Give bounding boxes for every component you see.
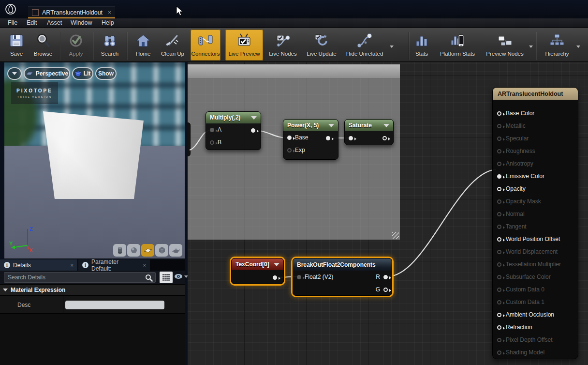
pin-shading-model[interactable]	[497, 350, 501, 355]
tab-parameter-defaults[interactable]: i Parameter Default: ×	[78, 259, 150, 271]
node-power-header[interactable]: Power(X, 5)	[283, 120, 338, 131]
plane-shape-button[interactable]	[141, 244, 154, 257]
node-power[interactable]: Power(X, 5) Base Exp	[283, 119, 338, 160]
pin-base-color[interactable]	[497, 111, 501, 116]
lit-button[interactable]: Lit	[72, 67, 93, 80]
perspective-button[interactable]: Perspective	[24, 67, 70, 80]
hide-unrelated-dropdown-icon[interactable]	[390, 46, 394, 48]
pin-roughness[interactable]	[497, 149, 501, 153]
view-options-button[interactable]	[174, 273, 188, 280]
multiply-input-b-pin[interactable]	[210, 140, 214, 145]
pin-specular[interactable]	[497, 137, 501, 141]
breakout-output-g-pin[interactable]	[383, 288, 388, 292]
pin-anisotropy[interactable]	[497, 162, 501, 166]
menu-file[interactable]: File	[8, 19, 17, 26]
texcoord-output-pin[interactable]	[273, 275, 277, 280]
pin-world-position-offset[interactable]	[497, 237, 501, 242]
pin-opacity[interactable]	[497, 187, 501, 191]
cube-shape-button[interactable]	[155, 244, 168, 257]
pin-pixel-depth-offset[interactable]	[497, 338, 501, 342]
menu-window[interactable]: Window	[71, 19, 92, 26]
browse-button[interactable]: Browse	[29, 30, 57, 61]
tab-close-icon[interactable]: ×	[108, 9, 111, 16]
multiply-input-a-pin[interactable]	[210, 128, 214, 132]
apply-button[interactable]: Apply	[62, 30, 90, 61]
pin-normal[interactable]	[497, 212, 501, 216]
preview-nodes-button[interactable]: Preview Nodes	[483, 30, 527, 61]
live-update-button[interactable]: Live Update	[304, 30, 339, 61]
home-button[interactable]: Home	[130, 30, 157, 61]
lit-label: Lit	[84, 70, 91, 77]
menu-asset[interactable]: Asset	[47, 19, 62, 26]
node-multiply-header[interactable]: Multiply(,2)	[206, 112, 261, 123]
node-texcoord[interactable]: TexCoord[0]	[231, 258, 284, 284]
breakout-output-r-pin[interactable]	[383, 275, 388, 279]
live-nodes-button[interactable]: Live Nodes	[266, 30, 300, 61]
pin-refraction[interactable]	[497, 325, 501, 330]
connectors-button[interactable]: Connectors	[191, 30, 220, 61]
search-details-input[interactable]	[4, 272, 156, 283]
hide-unrelated-button[interactable]: Hide Unrelated	[342, 30, 387, 61]
node-saturate-header[interactable]: Saturate	[345, 120, 393, 131]
offscreen-node-edge[interactable]	[188, 122, 191, 156]
power-input-base-pin[interactable]	[287, 136, 292, 140]
preview-viewport[interactable]: Perspective Lit Show PIXOTOPE TRIAL VERS…	[4, 62, 185, 259]
pin-ambient-occlusion[interactable]	[497, 313, 501, 317]
stats-button[interactable]: Stats	[411, 30, 432, 61]
hierarchy-tree-icon	[548, 31, 566, 50]
comment-box-header[interactable]	[188, 64, 400, 78]
details-tab-close-icon[interactable]: ×	[71, 262, 74, 268]
pin-metallic[interactable]	[497, 124, 501, 128]
material-result-node[interactable]: ARTranslucentHoldout Base Color Metallic…	[492, 87, 578, 359]
pin-subsurface-color[interactable]	[497, 275, 501, 279]
node-saturate[interactable]: Saturate	[344, 119, 394, 145]
chevron-down-icon[interactable]	[251, 116, 257, 120]
desc-value-input[interactable]	[65, 301, 164, 309]
tab-details[interactable]: i Details ×	[0, 259, 77, 271]
chevron-down-icon[interactable]	[274, 263, 279, 266]
column-divider[interactable]	[63, 296, 63, 314]
property-matrix-button[interactable]	[160, 272, 173, 283]
node-multiply[interactable]: Multiply(,2) A B	[206, 111, 261, 150]
material-graph-canvas[interactable]: Multiply(,2) A B Power(X, 5) Base Exp Sa…	[188, 62, 588, 365]
breakout-input-float2-pin[interactable]	[297, 275, 301, 279]
saturate-output-pin[interactable]	[382, 136, 387, 140]
menu-help[interactable]: Help	[102, 19, 114, 26]
pin-custom-data-1[interactable]	[497, 300, 501, 304]
hierarchy-dropdown-icon[interactable]	[576, 46, 580, 48]
power-input-exp-pin[interactable]	[287, 148, 292, 152]
teapot-shape-button[interactable]	[169, 244, 182, 257]
save-button[interactable]: Save	[4, 30, 29, 61]
menu-bar: File Edit Asset Window Help	[0, 18, 588, 28]
power-output-pin[interactable]	[326, 136, 330, 140]
show-button[interactable]: Show	[95, 67, 117, 80]
grid-view-icon	[162, 274, 170, 281]
preview-nodes-dropdown-icon[interactable]	[529, 46, 533, 48]
saturate-input-pin[interactable]	[349, 136, 353, 140]
pin-custom-data-0[interactable]	[497, 288, 501, 292]
cylinder-shape-button[interactable]	[113, 244, 126, 257]
node-texcoord-header[interactable]: TexCoord[0]	[232, 259, 283, 270]
parameter-defaults-tab-close-icon[interactable]: ×	[143, 262, 146, 268]
node-breakout-float2[interactable]: BreakOutFloat2Components Float2 (V2) R G	[293, 258, 392, 296]
search-button[interactable]: Search	[95, 30, 125, 61]
node-breakout-header[interactable]: BreakOutFloat2Components	[293, 259, 392, 271]
pin-world-displacement[interactable]	[497, 250, 501, 254]
pin-tessellation-multiplier[interactable]	[497, 262, 501, 267]
pin-tangent[interactable]	[497, 225, 501, 229]
live-preview-button[interactable]: Live Preview	[225, 30, 263, 61]
comment-resize-handle[interactable]	[392, 232, 399, 239]
pin-emissive-color[interactable]	[497, 174, 501, 179]
menu-edit[interactable]: Edit	[27, 19, 37, 26]
pin-opacity-mask[interactable]	[497, 199, 501, 204]
hierarchy-button[interactable]: Hierarchy	[541, 30, 573, 61]
multiply-output-pin[interactable]	[251, 128, 255, 133]
sphere-shape-button[interactable]	[127, 244, 140, 257]
viewport-options-button[interactable]	[7, 67, 22, 80]
chevron-down-icon[interactable]	[328, 124, 334, 127]
material-expression-section-header[interactable]: Material Expression	[0, 284, 185, 296]
asset-tab[interactable]: ARTranslucentHoldout ×	[28, 6, 115, 18]
chevron-down-icon[interactable]	[383, 124, 389, 127]
platform-stats-button[interactable]: Platform Stats	[435, 30, 480, 61]
clean-up-button[interactable]: Clean Up	[158, 30, 188, 61]
